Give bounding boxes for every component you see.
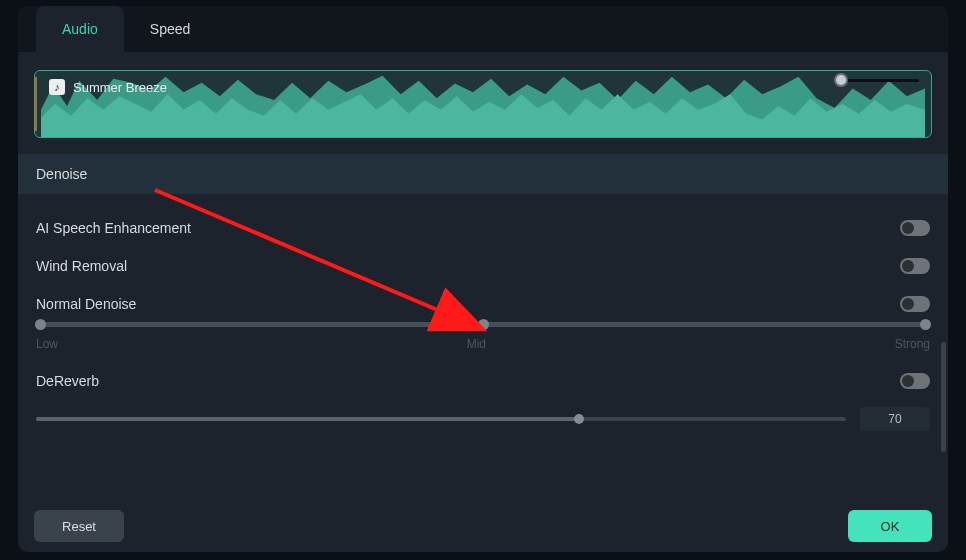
footer-buttons: Reset OK [34,510,932,542]
toggle-normal-denoise[interactable] [900,296,930,312]
reset-button[interactable]: Reset [34,510,124,542]
slider-track[interactable] [36,322,930,327]
label-ai-speech: AI Speech Enhancement [36,220,191,236]
vertical-scrollbar[interactable] [941,342,946,452]
audio-clip-waveform[interactable]: ♪ Summer Breeze [34,70,932,138]
clip-start-marker [35,77,37,131]
tab-audio[interactable]: Audio [36,6,124,52]
slider-stop-strong[interactable] [920,319,931,330]
row-dereverb: DeReverb [36,351,930,389]
section-denoise-header: Denoise [18,154,948,194]
denoise-options: AI Speech Enhancement Wind Removal Norma… [18,194,948,431]
toggle-ai-speech[interactable] [900,220,930,236]
label-normal-denoise: Normal Denoise [36,296,136,312]
tab-bar: Audio Speed [18,6,948,52]
dereverb-track[interactable] [36,417,846,421]
slider-label-low: Low [36,337,58,351]
dereverb-fill [36,417,579,421]
audio-panel: Audio Speed ♪ Summer Breeze Denoise AI S… [18,6,948,552]
dereverb-thumb[interactable] [574,414,584,424]
music-note-icon: ♪ [49,79,65,95]
slider-labels: Low Mid Strong [36,337,930,351]
row-wind-removal: Wind Removal [36,236,930,274]
clip-title: Summer Breeze [73,80,167,95]
clip-scrubber[interactable] [841,79,919,82]
slider-label-mid: Mid [467,337,486,351]
slider-label-strong: Strong [895,337,930,351]
toggle-dereverb[interactable] [900,373,930,389]
clip-label: ♪ Summer Breeze [49,79,167,95]
toggle-wind-removal[interactable] [900,258,930,274]
slider-stop-mid[interactable] [478,319,489,330]
label-dereverb: DeReverb [36,373,99,389]
dereverb-value[interactable]: 70 [860,407,930,431]
label-wind-removal: Wind Removal [36,258,127,274]
row-ai-speech: AI Speech Enhancement [36,198,930,236]
scrubber-handle-icon[interactable] [834,73,848,87]
dereverb-slider: 70 [36,407,930,431]
content-area: ♪ Summer Breeze Denoise AI Speech Enhanc… [18,52,948,552]
ok-button[interactable]: OK [848,510,932,542]
slider-stop-low[interactable] [35,319,46,330]
normal-denoise-slider[interactable]: Low Mid Strong [36,322,930,351]
tab-speed[interactable]: Speed [124,6,216,52]
row-normal-denoise: Normal Denoise [36,274,930,312]
waveform-graphic [41,71,925,137]
